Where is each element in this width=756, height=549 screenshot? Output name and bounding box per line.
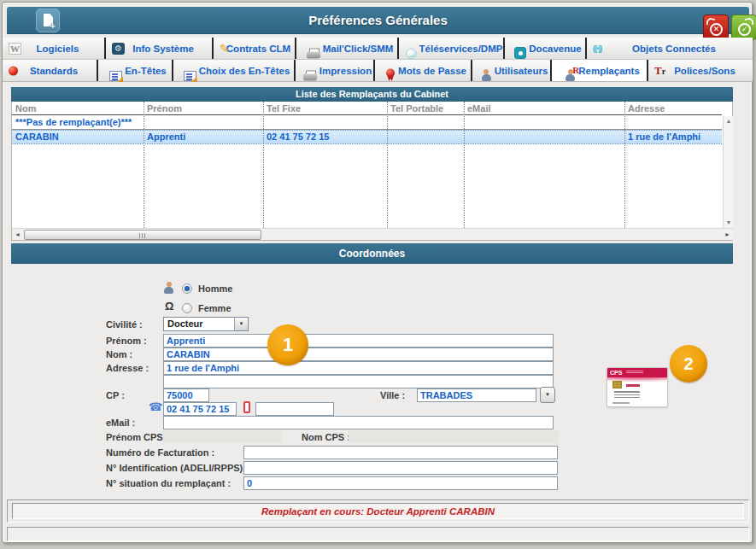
column-header-tel-fixe[interactable]: Tel Fixe <box>267 102 301 115</box>
ville-dropdown-button[interactable]: ▼ <box>540 387 555 403</box>
table-row-selected[interactable]: CARABIN Apprenti 02 41 75 72 15 1 rue de… <box>12 130 722 144</box>
identification-field[interactable] <box>243 461 558 475</box>
nom-field[interactable] <box>163 348 554 361</box>
window-title: Préférences Générales <box>7 7 749 34</box>
female-icon: Ω <box>165 301 173 312</box>
tab-label: Choix des En-Têtes <box>190 66 290 76</box>
tab-polices-sons[interactable]: Tr Polices/Sons <box>647 60 753 81</box>
column-header-adresse[interactable]: Adresse <box>628 102 665 115</box>
facturation-field[interactable] <box>243 446 558 459</box>
horizontal-scrollbar[interactable]: ◄ ► <box>12 228 733 240</box>
tab-mailclick-smm[interactable]: Mail'Click/SMM <box>295 38 397 59</box>
civilite-dropdown[interactable]: Docteur ▼ <box>163 317 249 331</box>
radio-homme[interactable] <box>182 283 192 294</box>
tab-en-tetes[interactable]: En-Têtes <box>97 60 172 81</box>
callout-badge-2: 2 <box>670 345 707 383</box>
status-text: Remplaçant en cours: Docteur Apprenti CA… <box>12 503 744 519</box>
scroll-down-arrow-icon[interactable]: ▼ <box>724 218 734 228</box>
tab-label: Utilisateurs <box>486 66 548 76</box>
column-header-nom[interactable]: Nom <box>15 102 36 115</box>
tab-teleservices-dmp[interactable]: Téléservices/DMP <box>397 38 503 59</box>
cell-tel-fixe: 02 41 75 72 15 <box>267 131 329 144</box>
column-divider <box>144 102 144 228</box>
preferences-window: + Préférences Générales ✕ ✓ W Logiciels … <box>0 0 756 549</box>
email-field[interactable] <box>163 416 554 429</box>
pencil-icon: ✎ <box>220 43 230 55</box>
coordonnees-section-title: Coordonnées <box>11 243 733 264</box>
vertical-scrollbar[interactable]: ▲ ▼ <box>723 116 733 228</box>
substitutes-table: Liste des Remplaçants du Cabinet Nom Pré… <box>11 87 733 241</box>
tab-label: Impression <box>311 66 372 76</box>
seal-icon <box>385 68 396 81</box>
cell-nom: ***Pas de remplaçant(e)*** <box>15 116 132 130</box>
tel-fixe-field[interactable] <box>163 402 237 416</box>
ville-label: Ville : <box>380 389 405 402</box>
cp-label: CP : <box>106 389 125 402</box>
phone-icon: ☎ <box>149 401 162 413</box>
email-label: eMail : <box>106 417 135 429</box>
cancel-x-icon: ✕ <box>710 23 723 36</box>
tab-label: Info Système <box>124 44 194 54</box>
column-header-email[interactable]: eMail <box>467 102 491 115</box>
tab-choix-des-en-tetes[interactable]: Choix des En-Têtes <box>172 60 294 81</box>
scroll-left-arrow-icon[interactable]: ◄ <box>12 229 23 241</box>
radio-femme[interactable] <box>182 303 192 313</box>
situation-field[interactable] <box>243 476 558 490</box>
cell-nom: CARABIN <box>15 131 59 144</box>
facturation-label: Numéro de Facturation : <box>106 447 214 459</box>
cps-card-label: CPS <box>610 369 622 377</box>
femme-label: Femme <box>198 302 231 315</box>
column-header-prenom[interactable]: Prénom <box>147 102 182 115</box>
cps-card-red-line <box>626 384 640 387</box>
tab-label: Mots de Passe <box>390 66 466 76</box>
ville-field[interactable] <box>417 388 536 402</box>
tab-label: Polices/Sons <box>665 66 735 76</box>
tab-contrats-clm[interactable]: ✎ Contrats CLM <box>212 38 295 59</box>
adresse-label: Adresse : <box>106 362 149 375</box>
user-icon <box>481 69 492 81</box>
cps-card-bottom-line <box>612 402 630 404</box>
validate-button[interactable]: ✓ <box>731 15 756 40</box>
tab-remplacants[interactable]: R Remplaçants <box>550 60 647 81</box>
tab-row-1: W Logiciels ⚙ Info Système ✎ Contrats CL… <box>3 38 753 60</box>
cps-card-image: CPS <box>607 367 668 407</box>
tab-info-systeme[interactable]: ⚙ Info Système <box>104 38 212 59</box>
prenom-field[interactable] <box>163 334 554 348</box>
header-doc-icon <box>109 71 122 81</box>
cancel-button[interactable]: ✕ <box>703 15 729 40</box>
adresse-field-2[interactable] <box>163 375 554 388</box>
tab-standards[interactable]: Standards <box>3 60 97 81</box>
tab-mots-de-passe[interactable]: Mots de Passe <box>373 60 471 81</box>
tab-docavenue[interactable]: Docavenue <box>503 38 585 59</box>
scroll-up-arrow-icon[interactable]: ▲ <box>724 116 734 126</box>
situation-label: N° situation du remplaçant : <box>106 477 231 490</box>
adresse-field[interactable] <box>163 361 554 375</box>
tab-impression[interactable]: Impression <box>294 60 373 81</box>
nom-cps-field[interactable] <box>349 430 559 443</box>
scroll-right-arrow-icon[interactable]: ► <box>722 229 733 241</box>
system-gear-icon: ⚙ <box>112 43 125 55</box>
homme-label: Homme <box>198 283 232 295</box>
cps-card-header: CPS <box>607 368 667 377</box>
tab-label: En-Têtes <box>116 66 167 76</box>
column-header-tel-portable[interactable]: Tel Portable <box>390 102 443 115</box>
tel-portable-field[interactable] <box>255 402 334 416</box>
fax-icon <box>307 48 320 59</box>
chevron-down-icon[interactable]: ▼ <box>234 318 248 330</box>
scrollbar-thumb[interactable] <box>24 230 261 240</box>
table-row[interactable]: ***Pas de remplaçant(e)*** <box>12 116 722 130</box>
tab-label: Logiciels <box>28 44 79 54</box>
prenom-cps-field[interactable] <box>163 430 282 443</box>
tab-logiciels[interactable]: W Logiciels <box>3 38 104 59</box>
printer-icon <box>303 70 317 81</box>
tab-objets-connectes[interactable]: ((•)) Objets Connectés <box>585 38 753 59</box>
globe-icon <box>406 48 417 59</box>
tab-label: Objets Connectés <box>624 44 716 54</box>
tab-utilisateurs[interactable]: Utilisateurs <box>471 60 550 81</box>
cp-field[interactable] <box>163 388 209 402</box>
red-sphere-icon <box>9 66 18 75</box>
r-mark-icon: R <box>572 66 579 75</box>
docavenue-icon <box>514 47 526 59</box>
font-icon: Tr <box>654 64 665 77</box>
male-icon <box>163 282 174 294</box>
